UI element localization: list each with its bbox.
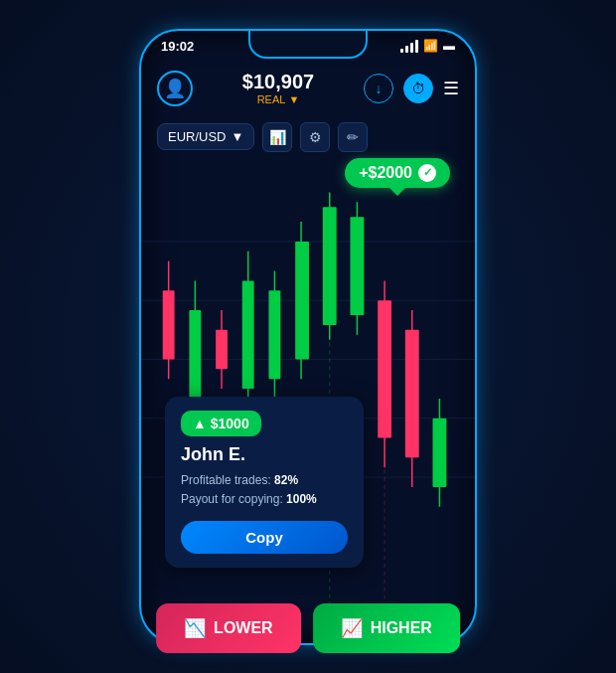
trade-profit-badge: ▲ $1000 xyxy=(181,411,261,436)
wifi-icon: 📶 xyxy=(423,39,438,53)
header-icons: ↓ ⏱ ☰ xyxy=(364,74,459,103)
user-icon: 👤 xyxy=(164,78,186,99)
trader-profit: ▲ $1000 xyxy=(193,416,249,431)
chart-type-button[interactable]: 📊 xyxy=(262,122,292,152)
svg-rect-20 xyxy=(350,217,364,315)
payout-value: 100% xyxy=(286,492,317,506)
chevron-down-icon: ▼ xyxy=(288,93,299,105)
svg-rect-24 xyxy=(405,329,419,456)
balance-section: $10,907 REAL ▼ xyxy=(242,71,314,105)
trader-stats: Profitable trades: 82% Payout for copyin… xyxy=(181,471,348,509)
toolbar: EUR/USD ▼ 📊 ⚙ ✏ xyxy=(141,116,475,158)
svg-rect-6 xyxy=(163,290,175,359)
avatar[interactable]: 👤 xyxy=(157,71,193,106)
balance-label: REAL ▼ xyxy=(242,93,314,105)
svg-rect-14 xyxy=(268,290,280,379)
payout-label: Payout for copying: xyxy=(181,492,283,506)
lower-label: LOWER xyxy=(214,619,273,637)
svg-rect-12 xyxy=(242,280,254,389)
signal-icon xyxy=(400,39,418,53)
clock-button[interactable]: ⏱ xyxy=(403,74,433,103)
higher-icon: 📈 xyxy=(341,617,363,639)
status-icons: 📶 ▬ xyxy=(400,39,455,53)
chevron-icon: ▼ xyxy=(231,129,244,144)
draw-button[interactable]: ✏ xyxy=(338,122,368,152)
lower-icon: 📉 xyxy=(184,617,206,639)
higher-label: HIGHER xyxy=(371,619,432,637)
battery-icon: ▬ xyxy=(443,39,455,53)
svg-rect-8 xyxy=(189,310,201,409)
profitable-trades-label: Profitable trades: xyxy=(181,473,271,487)
status-time: 19:02 xyxy=(161,39,194,54)
svg-rect-18 xyxy=(323,207,337,325)
pair-selector[interactable]: EUR/USD ▼ xyxy=(157,123,254,150)
checkmark-icon: ✓ xyxy=(418,164,436,182)
copy-button[interactable]: Copy xyxy=(181,521,348,554)
profit-amount: +$2000 xyxy=(359,164,412,182)
profit-badge: +$2000 ✓ xyxy=(345,158,450,188)
svg-rect-16 xyxy=(295,241,309,359)
trader-card: ▲ $1000 John E. Profitable trades: 82% P… xyxy=(165,397,364,568)
indicators-button[interactable]: ⚙ xyxy=(300,122,330,152)
lower-button[interactable]: 📉 LOWER xyxy=(156,603,301,653)
download-button[interactable]: ↓ xyxy=(364,74,393,103)
svg-rect-22 xyxy=(378,300,391,437)
phone-frame: 19:02 📶 ▬ 👤 $10,907 REAL xyxy=(139,29,477,645)
bottom-buttons: 📉 LOWER 📈 HIGHER xyxy=(156,603,460,653)
balance-amount: $10,907 xyxy=(242,71,314,93)
menu-button[interactable]: ☰ xyxy=(443,78,459,99)
svg-rect-10 xyxy=(216,329,228,369)
phone-notch xyxy=(248,31,368,59)
phone-mockup: 19:02 📶 ▬ 👤 $10,907 REAL xyxy=(139,29,477,645)
trader-name: John E. xyxy=(181,444,348,465)
app-header: 👤 $10,907 REAL ▼ ↓ ⏱ ☰ xyxy=(141,63,475,114)
higher-button[interactable]: 📈 HIGHER xyxy=(313,603,460,653)
pair-label: EUR/USD xyxy=(168,129,227,144)
svg-rect-26 xyxy=(433,418,447,486)
profitable-trades-value: 82% xyxy=(274,473,298,487)
